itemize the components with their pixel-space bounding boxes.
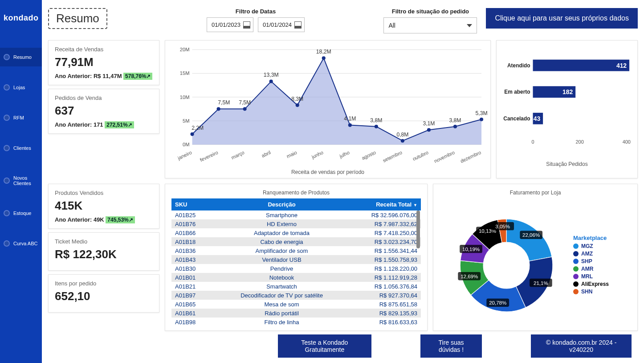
table-row[interactable]: A01B18Cabo de energiaR$ 3.023.234,70: [171, 237, 421, 246]
cell-sku: A01B01: [171, 273, 212, 282]
legend-label: MRL: [581, 273, 593, 280]
cell-desc: Filtro de linha: [212, 318, 352, 325]
nav-bullet-icon: [4, 240, 10, 247]
svg-text:13,3M: 13,3M: [264, 72, 279, 78]
svg-text:8,3M: 8,3M: [291, 96, 303, 102]
help-button[interactable]: Tire suas dúvidas !: [420, 334, 482, 358]
sidebar-item-estoque[interactable]: Estoque: [0, 204, 42, 223]
col-rev-header[interactable]: Receita Total▼: [352, 198, 421, 210]
cell-sku: A01B21: [171, 282, 212, 291]
cell-sku: A01B30: [171, 264, 212, 273]
legend-item[interactable]: MGZ: [573, 243, 628, 249]
legend-item[interactable]: AliExpress: [573, 281, 628, 287]
svg-text:43: 43: [534, 115, 541, 122]
table-row[interactable]: A01B76HD ExternoR$ 7.987.332,62: [171, 219, 421, 228]
table-row[interactable]: A01B61Rádio portátilR$ 829.135,93: [171, 309, 421, 318]
use-own-data-button[interactable]: Clique aqui para usar seus próprios dado…: [486, 8, 638, 29]
table-row[interactable]: A01B65Mesa de somR$ 875.651,58: [171, 300, 421, 309]
svg-text:3,05%: 3,05%: [495, 224, 510, 229]
cell-desc: Mesa de som: [212, 300, 352, 309]
table-scrollbar-track[interactable]: [416, 210, 420, 325]
date-from-input[interactable]: 01/01/2023: [207, 17, 253, 32]
legend-item[interactable]: SHP: [573, 258, 628, 264]
sidebar-item-label: Lojas: [13, 85, 25, 90]
try-free-button[interactable]: Teste a Kondado Gratuitamente: [278, 334, 371, 358]
table-row[interactable]: A01B36Amplificador de somR$ 1.556.341,44: [171, 246, 421, 255]
svg-text:15M: 15M: [180, 70, 190, 76]
sidebar-item-clientes[interactable]: Clientes: [0, 139, 42, 157]
legend-item[interactable]: AMZ: [573, 251, 628, 257]
main-content: Resumo Filtro de Datas 01/01/2023 01/01/…: [42, 0, 644, 363]
date-to-input[interactable]: 01/01/2024: [258, 17, 305, 32]
legend-dot-icon: [573, 281, 579, 287]
kpi-prev: Ano Anterior: 171 272,51%↗: [55, 121, 153, 128]
col-desc-header[interactable]: Descrição: [212, 198, 352, 210]
sidebar-item-label: Novos Clientes: [13, 175, 38, 186]
cell-desc: Amplificador de som: [212, 246, 352, 255]
product-ranking-table: Ranqueamento de Produtos SKU Descrição R…: [165, 184, 428, 331]
table-row[interactable]: A01B43Ventilador USBR$ 1.550.758,93: [171, 255, 421, 264]
sidebar-item-label: Clientes: [13, 145, 31, 151]
svg-text:7,5M: 7,5M: [239, 99, 251, 106]
copyright-label[interactable]: © kondado.com.br 2024 - v240220: [531, 334, 632, 358]
kpi-value: 415K: [55, 199, 153, 213]
kpi-card: Itens por pedido652,10: [48, 274, 159, 313]
sidebar-item-resumo[interactable]: Resumo: [0, 48, 42, 66]
line-chart-title: Receita de vendas por período: [289, 167, 366, 177]
legend-dot-icon: [573, 266, 579, 272]
table-row[interactable]: A01B30PendriveR$ 1.128.220,00: [171, 264, 421, 273]
table-row[interactable]: A01B21SmartwatchR$ 1.056.376,84: [171, 282, 421, 291]
legend-label: AliExpress: [581, 281, 609, 287]
svg-text:22,06%: 22,06%: [522, 232, 540, 238]
sidebar-item-novos-clientes[interactable]: Novos Clientes: [0, 169, 42, 192]
table-header: SKU Descrição Receita Total▼: [171, 198, 421, 210]
table-row[interactable]: A01B97Decodificador de TV por satéliteR$…: [171, 291, 421, 300]
svg-point-20: [322, 56, 326, 60]
cell-rev: R$ 1.550.758,93: [352, 255, 421, 264]
legend-item[interactable]: SHN: [573, 289, 628, 295]
legend-label: SHN: [581, 289, 592, 295]
kpi-prev: Ano Anterior: 49K 745,53%↗: [55, 216, 153, 223]
svg-point-32: [480, 118, 483, 121]
sidebar-item-lojas[interactable]: Lojas: [0, 78, 42, 97]
svg-text:0M: 0M: [183, 142, 190, 147]
kpi-label: Pedidos de Venda: [55, 95, 153, 101]
svg-text:0,8M: 0,8M: [396, 132, 408, 138]
svg-point-14: [243, 107, 247, 111]
table-row[interactable]: A01B01NotebookR$ 1.112.919,28: [171, 273, 421, 282]
legend-label: AMR: [581, 266, 593, 272]
svg-point-24: [375, 125, 378, 128]
table-row[interactable]: A01B66Adaptador de tomadaR$ 7.418.250,00: [171, 228, 421, 237]
kpi-value: 652,10: [55, 289, 153, 303]
bar-chart-title: Situação Pedidos: [501, 159, 633, 169]
sidebar-item-curva-abc[interactable]: Curva ABC: [0, 234, 42, 253]
cell-rev: R$ 1.056.376,84: [352, 282, 421, 291]
status-select[interactable]: All: [383, 17, 477, 33]
cell-desc: Adaptador de tomada: [212, 228, 352, 237]
svg-text:março: março: [230, 149, 245, 160]
cell-rev: R$ 1.112.919,28: [352, 273, 421, 282]
legend-item[interactable]: AMR: [573, 266, 628, 272]
svg-text:4,1M: 4,1M: [344, 116, 356, 122]
cell-desc: Notebook: [212, 273, 352, 282]
cell-desc: Rádio portátil: [212, 309, 352, 318]
sidebar: kondado ResumoLojasRFMClientesNovos Clie…: [0, 0, 42, 363]
legend-item[interactable]: MRL: [573, 273, 628, 280]
col-sku-header[interactable]: SKU: [171, 198, 212, 210]
table-row[interactable]: A01B98Filtro de linhaR$ 816.633,63: [171, 318, 421, 325]
table-scrollbar-thumb[interactable]: [416, 210, 420, 248]
cell-sku: A01B76: [171, 219, 212, 228]
status-filter-label: Filtro de situação do pedido: [392, 8, 469, 15]
sidebar-item-rfm[interactable]: RFM: [0, 108, 42, 127]
kpi-card: Receita de Vendas77,91MAno Anterior: R$ …: [48, 40, 159, 85]
nav-bullet-icon: [4, 84, 10, 91]
cell-sku: A01B66: [171, 228, 212, 237]
status-filter: Filtro de situação do pedido All: [383, 8, 477, 33]
svg-text:18,2M: 18,2M: [316, 49, 331, 55]
svg-text:maio: maio: [286, 149, 298, 159]
legend-label: MGZ: [581, 243, 593, 249]
table-row[interactable]: A01B25SmartphoneR$ 32.596.076,00: [171, 210, 421, 219]
cell-sku: A01B18: [171, 237, 212, 246]
cell-rev: R$ 1.556.341,44: [352, 246, 421, 255]
svg-text:0: 0: [531, 139, 534, 144]
